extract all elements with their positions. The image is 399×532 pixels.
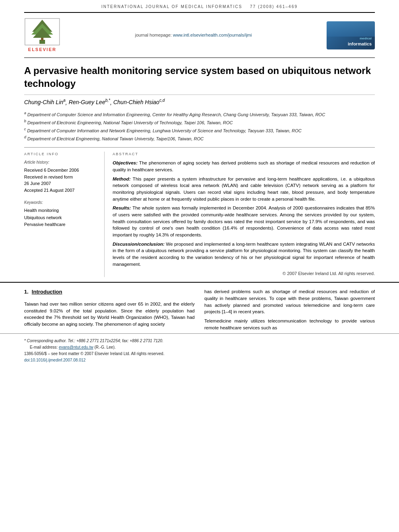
header-section: ELSEVIER journal homepage: www.intl.else… [0, 13, 399, 58]
section1-title: Introduction [32, 288, 62, 296]
intro-para3: Telemedicine mainly utilizes telecommuni… [204, 318, 375, 331]
affiliation-b: b Department of Electronic Engineering, … [24, 119, 375, 126]
corresponding-author-note: * Corresponding author. Tel.: +886 2 277… [24, 338, 375, 344]
section1-heading: 1. Introduction [24, 288, 195, 298]
main-body: 1. Introduction Taiwan had over two mill… [0, 282, 399, 333]
elsevier-logo: ELSEVIER [24, 18, 60, 53]
title-divider [24, 94, 375, 95]
journal-homepage: journal homepage: www.intl.elsevierhealt… [135, 32, 252, 38]
article-content: A pervasive health monitoring service sy… [0, 64, 399, 277]
article-info-label: ARTICLE INFO [24, 152, 99, 157]
keyword-2: Ubiquitous network [24, 214, 99, 222]
authors-line: Chung-Chih Lina, Ren-Guey Leeb,*, Chun-C… [24, 98, 375, 107]
email-address[interactable]: evans@ntut.edu.tw [59, 345, 93, 349]
author-chung: Chung-Chih Lina [24, 99, 66, 105]
affiliation-a: a Department of Computer Science and Inf… [24, 111, 375, 118]
elsevier-tree-icon [24, 18, 60, 46]
abstract-label: ABSTRACT [113, 152, 375, 157]
abstract-objectives: Objectives: The phenomenon of aging soci… [113, 160, 375, 173]
journal-bar: INTERNATIONAL JOURNAL OF MEDICAL INFORMA… [0, 0, 399, 12]
accepted-date: Accepted 21 August 2007 [24, 187, 99, 194]
elsevier-text: ELSEVIER [28, 47, 56, 53]
homepage-label: journal homepage: [135, 33, 172, 37]
doi-line: doi:10.1016/j.ijmedinf.2007.08.012 [24, 357, 375, 364]
medical-informatics-logo: medical informatics [327, 21, 375, 49]
affiliations: a Department of Computer Science and Inf… [24, 111, 375, 142]
author-chun: Chun-Chieh Hsiaoc,d [113, 99, 165, 105]
history-label: Article history: [24, 160, 99, 165]
abstract-column: ABSTRACT Objectives: The phenomenon of a… [113, 152, 375, 277]
section1-number: 1. [24, 288, 29, 296]
article-title: A pervasive health monitoring service sy… [24, 64, 375, 89]
keyword-1: Health monitoring [24, 207, 99, 214]
email-label: E-mail address: [30, 345, 58, 349]
email-suffix: (R.-G. Lee). [95, 345, 116, 349]
affiliation-d: d Department of Electrical Engineering, … [24, 135, 375, 142]
abstract-text: Objectives: The phenomenon of aging soci… [113, 160, 375, 277]
body-left-col: 1. Introduction Taiwan had over two mill… [24, 288, 195, 333]
body-right-col: has derived problems such as shortage of… [204, 288, 375, 333]
journal-name: INTERNATIONAL JOURNAL OF MEDICAL INFORMA… [101, 4, 242, 9]
revised-date: 26 June 2007 [24, 180, 99, 187]
keyword-3: Pervasive healthcare [24, 221, 99, 228]
intro-para1: Taiwan had over two million senior citiz… [24, 301, 195, 328]
article-info-column: ARTICLE INFO Article history: Received 6… [24, 152, 105, 277]
journal-volume: 77 (2008) 461–469 [250, 4, 298, 9]
email-line: E-mail address: evans@ntut.edu.tw (R.-G.… [24, 344, 375, 351]
license-line: 1386-5056/$ – see front matter © 2007 El… [24, 351, 375, 357]
keywords-label: Keywords: [24, 200, 99, 205]
intro-para2: has derived problems such as shortage of… [204, 288, 375, 315]
abstract-discussion: Discussion/conclusion: We proposed and i… [113, 241, 375, 268]
copyright: © 2007 Elsevier Ireland Ltd. All rights … [113, 271, 375, 277]
corresponding-label: * Corresponding author. Tel.: +886 2 277… [24, 339, 163, 343]
affiliation-c: c Department of Computer Information and… [24, 127, 375, 134]
received-revised-label: Received in revised form [24, 174, 99, 181]
received-date: Received 6 December 2006 [24, 167, 99, 174]
doi-text[interactable]: doi:10.1016/j.ijmedinf.2007.08.012 [24, 358, 86, 362]
author-ren: Ren-Guey Leeb,* [69, 99, 110, 105]
body-columns: 1. Introduction Taiwan had over two mill… [24, 283, 375, 333]
homepage-url[interactable]: www.intl.elsevierhealth.com/journals/ijm… [173, 33, 252, 37]
logo-text: medical informatics [348, 36, 372, 47]
header-bottom-divider [24, 58, 375, 58]
info-abstract-section: ARTICLE INFO Article history: Received 6… [24, 147, 375, 277]
footer-notes: * Corresponding author. Tel.: +886 2 277… [0, 333, 399, 372]
page: INTERNATIONAL JOURNAL OF MEDICAL INFORMA… [0, 0, 399, 532]
abstract-method: Method: This paper presents a system inf… [113, 176, 375, 203]
abstract-results: Results: The whole system was formally i… [113, 205, 375, 238]
